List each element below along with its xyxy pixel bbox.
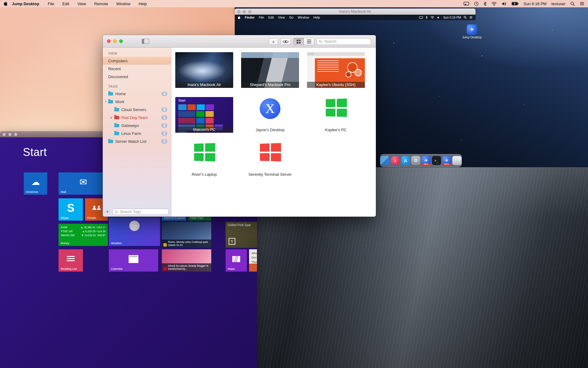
jump-beta2-dock-icon[interactable]: ✈BETA: [442, 156, 451, 165]
tile-money[interactable]: DOW▲ 16,380.41 +263.17 FTSE 100▲ 6,310.2…: [59, 224, 108, 246]
menu-view[interactable]: View: [77, 2, 86, 6]
remote-menu-file[interactable]: File: [259, 16, 264, 19]
sidebar-item-discovered[interactable]: Discovered: [103, 73, 171, 81]
remote-menu-go[interactable]: Go: [289, 16, 294, 19]
sidebar-item-recent[interactable]: Recent: [103, 65, 171, 73]
remote-wifi-icon[interactable]: [430, 16, 434, 19]
grid-view-button[interactable]: [294, 38, 304, 45]
computer-thumbnail-win8[interactable]: Start Malcom's PC: [175, 97, 233, 133]
tile-news-white[interactable]: Wha Doct Thei: [249, 249, 257, 272]
search-tags-input[interactable]: [119, 209, 166, 214]
computer-card[interactable]: Shepard's Macbook Pro: [241, 52, 299, 88]
computer-thumbnail-ubuntu[interactable]: Kaylee's Ubuntu (SSH): [307, 52, 365, 88]
remote-menu-list-icon[interactable]: [469, 16, 472, 19]
computer-thumbnail-yosemite[interactable]: Shepard's Macbook Pro: [241, 52, 299, 88]
computer-card[interactable]: Kaylee's Ubuntu (SSH): [307, 52, 365, 88]
computer-card[interactable]: Kaylee's PC: [307, 97, 365, 133]
notification-center-icon[interactable]: [580, 2, 584, 5]
volume-icon[interactable]: [502, 2, 507, 6]
appstore-dock-icon[interactable]: A: [401, 156, 410, 165]
current-user[interactable]: testuser: [551, 2, 565, 6]
tile-photo-news[interactable]: Struck by cancer, beauty blogger is tran…: [162, 249, 211, 272]
disclosure-down-icon[interactable]: ▼: [105, 100, 108, 103]
jump-desktop-app-icon[interactable]: ✈: [467, 24, 477, 35]
sidebar-toggle-button[interactable]: [142, 39, 149, 44]
tile-food-recipe[interactable]: Grilled Pork Spar ¶: [226, 222, 257, 248]
battery-charging-icon[interactable]: [511, 2, 519, 5]
tile-onedrive[interactable]: ☁ OneDrive: [24, 172, 47, 195]
computer-card[interactable]: X Jayne's Desktop: [241, 97, 299, 133]
tag-gateways[interactable]: Gateways 2: [103, 121, 171, 129]
wifi-icon[interactable]: [491, 2, 497, 6]
tag-home[interactable]: Home 4: [103, 90, 171, 98]
remote-menu-view[interactable]: View: [278, 16, 285, 19]
tag-work[interactable]: ▼ Work: [103, 98, 171, 106]
bluetooth-icon[interactable]: [483, 2, 486, 6]
terminal-dock-icon[interactable]: >_: [432, 156, 441, 165]
menu-edit[interactable]: Edit: [62, 2, 69, 6]
sidebar-item-computers[interactable]: Computers: [103, 57, 171, 65]
remote-menu-edit[interactable]: Edit: [268, 16, 274, 19]
settings-dock-icon[interactable]: ⚙: [411, 156, 420, 165]
remote-menu-help[interactable]: Help: [313, 16, 320, 19]
tag-cloud-servers[interactable]: Cloud Servers 8: [103, 106, 171, 114]
computer-card[interactable]: Serentiy Terminal Server: [241, 142, 299, 177]
remote-search-icon[interactable]: [464, 16, 467, 19]
zoom-button[interactable]: [119, 39, 123, 43]
menu-window[interactable]: Window: [116, 2, 130, 6]
tile-mail[interactable]: ✉ Mail: [59, 172, 108, 195]
toolbar-search[interactable]: [317, 38, 371, 45]
minimize-button[interactable]: [113, 39, 117, 43]
add-tag-button[interactable]: +: [105, 209, 110, 215]
time-machine-icon[interactable]: [474, 2, 479, 6]
tag-red-dog-team[interactable]: ▶ Red Dog Team 1: [103, 114, 171, 121]
remote-bluetooth-icon[interactable]: [426, 16, 428, 19]
x11-icon[interactable]: X: [260, 98, 280, 119]
host-clock[interactable]: Sun 8:16 PM: [524, 2, 547, 6]
screen-mirroring-icon[interactable]: [464, 2, 469, 6]
jump-beta-dock-icon[interactable]: ✈BETA: [422, 156, 431, 165]
tag-linux-farm[interactable]: Linux Farm 2: [103, 129, 171, 137]
tile-calendar[interactable]: Calendar: [109, 249, 158, 272]
tag-server-watch-list[interactable]: Server Watch List 2: [103, 137, 171, 145]
quick-look-button[interactable]: [280, 38, 291, 45]
apple-icon[interactable]: [4, 1, 8, 6]
menu-remote[interactable]: Remote: [94, 2, 108, 6]
start-zoom-button[interactable]: [14, 133, 17, 136]
computer-thumbnail-galaxy[interactable]: Inara's Macbook Air: [175, 52, 233, 88]
add-computer-button[interactable]: +: [269, 38, 278, 45]
remote-apple-icon[interactable]: [238, 16, 241, 19]
remote-clock[interactable]: Sun 5:16 PM: [443, 16, 461, 19]
computer-card[interactable]: Start Malcom's PC: [175, 97, 233, 133]
app-menu-title[interactable]: Jump Desktop: [12, 2, 39, 6]
windows-logo-red-icon[interactable]: [260, 143, 281, 161]
start-minimize-button[interactable]: [8, 133, 12, 136]
jump-window-titlebar[interactable]: +: [103, 35, 376, 48]
music-dock-icon[interactable]: ♪: [391, 156, 400, 165]
computer-card[interactable]: River's Laptop: [175, 142, 233, 177]
menu-file[interactable]: File: [48, 2, 54, 6]
disclosure-right-icon[interactable]: ▶: [111, 116, 114, 119]
remote-menu-finder[interactable]: Finder: [245, 16, 255, 19]
search-tags-box[interactable]: [112, 209, 169, 215]
tile-sports-news[interactable]: Romo, Murray carry Cowboys past Giants 3…: [162, 222, 211, 248]
list-view-button[interactable]: [304, 38, 314, 45]
tile-weather[interactable]: Weather: [109, 217, 160, 246]
close-button[interactable]: [107, 39, 111, 43]
trash-dock-icon[interactable]: [452, 156, 461, 165]
windows-logo-green-icon[interactable]: [194, 143, 215, 161]
remote-desktop-jump-icon[interactable]: ✈ Jump Desktop: [461, 24, 483, 39]
spotlight-search-icon[interactable]: [570, 2, 575, 6]
menu-help[interactable]: Help: [139, 2, 147, 6]
finder-dock-icon[interactable]: [380, 156, 390, 165]
tile-skype[interactable]: S Skype: [59, 198, 83, 221]
remote-window-titlebar[interactable]: Inara's Macbook Air: [235, 9, 476, 15]
start-close-button[interactable]: [2, 133, 6, 136]
computer-card[interactable]: Inara's Macbook Air: [175, 52, 233, 88]
search-input[interactable]: [324, 39, 369, 44]
remote-volume-icon[interactable]: [437, 16, 440, 19]
tile-reading-list[interactable]: Reading List: [59, 249, 83, 272]
tile-maps[interactable]: Maps: [226, 249, 247, 272]
remote-menu-window[interactable]: Window: [298, 16, 309, 19]
windows-logo-green-icon[interactable]: [326, 99, 347, 117]
